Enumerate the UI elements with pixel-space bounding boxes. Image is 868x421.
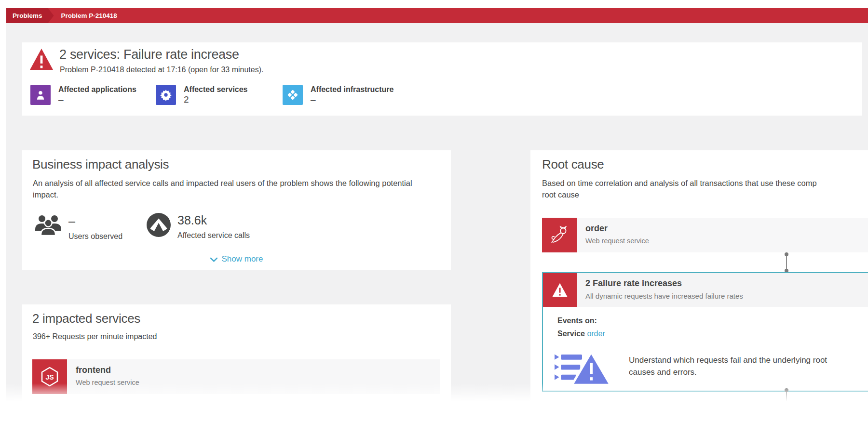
service-row-frontend[interactable]: JS frontend Web request service	[32, 359, 440, 394]
affected-applications-stat[interactable]: Affected applications –	[30, 85, 136, 105]
impacted-services-title: 2 impacted services	[32, 311, 140, 326]
event-warning-icon	[543, 273, 577, 307]
service-name: order	[585, 224, 649, 234]
analyze-failures-text: Understand which requests fail and the u…	[629, 349, 846, 378]
analyze-failures-action[interactable]: Understand which requests fail and the u…	[553, 349, 846, 388]
problem-header-card: 2 services: Failure rate increase Proble…	[22, 42, 862, 116]
service-row-order[interactable]: order Web request service	[542, 218, 868, 252]
event-entity-line: Service order	[557, 328, 605, 340]
event-title: 2 Failure rate increases	[585, 278, 743, 289]
affected-applications-value: –	[58, 94, 136, 105]
root-cause-connector	[784, 252, 789, 273]
service-type: Web request service	[585, 237, 649, 245]
impacted-services-subtitle: 396+ Requests per minute impacted	[33, 332, 157, 341]
root-cause-description-line2: root cause	[542, 189, 817, 200]
tomcat-icon	[542, 218, 577, 252]
root-cause-title: Root cause	[542, 157, 604, 172]
impacted-services-card: 2 impacted services 396+ Requests per mi…	[22, 304, 451, 401]
affected-services-stat[interactable]: Affected services 2	[156, 85, 248, 105]
affected-services-label: Affected services	[184, 85, 248, 94]
breadcrumb-item-current: Problem P-210418	[61, 8, 117, 23]
nodejs-icon: JS	[32, 359, 67, 394]
root-cause-connector-bottom	[784, 388, 789, 401]
failed-requests-icon	[553, 349, 611, 388]
root-cause-description-line1: Based on time correlation and analysis o…	[542, 177, 817, 189]
services-icon	[156, 85, 176, 105]
people-group-icon	[35, 214, 62, 238]
affected-infrastructure-label: Affected infrastructure	[311, 85, 393, 94]
users-observed-value: –	[68, 214, 122, 228]
business-impact-title: Business impact analysis	[32, 157, 169, 172]
failure-rate-event-box[interactable]: 2 Failure rate increases All dynamic req…	[542, 272, 868, 392]
affected-services-value: 2	[184, 94, 248, 105]
breadcrumb: Problems Problem P-210418	[6, 8, 868, 23]
order-service-link[interactable]: order	[587, 329, 605, 338]
affected-service-calls-label: Affected service calls	[177, 231, 250, 240]
problem-title: 2 services: Failure rate increase	[59, 47, 239, 62]
business-impact-description: An analysis of all affected service call…	[33, 177, 419, 200]
users-observed-stat: – Users observed	[35, 214, 122, 241]
problem-severity-icon	[30, 49, 53, 72]
affected-infrastructure-stat[interactable]: Affected infrastructure –	[283, 85, 393, 105]
events-on-label: Events on:	[557, 315, 597, 327]
entity-prefix: Service	[557, 329, 585, 338]
affected-service-calls-value: 38.6k	[177, 213, 250, 227]
chevron-down-icon	[210, 257, 217, 262]
show-more-button[interactable]: Show more	[22, 254, 451, 264]
event-subtitle: All dynamic requests have increased fail…	[585, 292, 743, 300]
svg-text:JS: JS	[45, 373, 54, 381]
affected-infrastructure-value: –	[311, 94, 393, 105]
problem-subtitle: Problem P-210418 detected at 17:16 (open…	[60, 66, 263, 74]
service-name: frontend	[76, 365, 139, 375]
service-type: Web request service	[76, 379, 139, 386]
business-impact-card: Business impact analysis An analysis of …	[22, 150, 451, 270]
event-header: 2 Failure rate increases All dynamic req…	[543, 273, 868, 307]
applications-icon	[30, 85, 51, 105]
service-calls-icon	[147, 213, 171, 239]
breadcrumb-item-problems[interactable]: Problems	[6, 8, 54, 23]
affected-applications-label: Affected applications	[58, 85, 136, 94]
affected-service-calls-stat: 38.6k Affected service calls	[147, 213, 250, 240]
users-observed-label: Users observed	[68, 232, 122, 241]
root-cause-description: Based on time correlation and analysis o…	[542, 177, 817, 200]
infrastructure-icon	[283, 85, 303, 105]
